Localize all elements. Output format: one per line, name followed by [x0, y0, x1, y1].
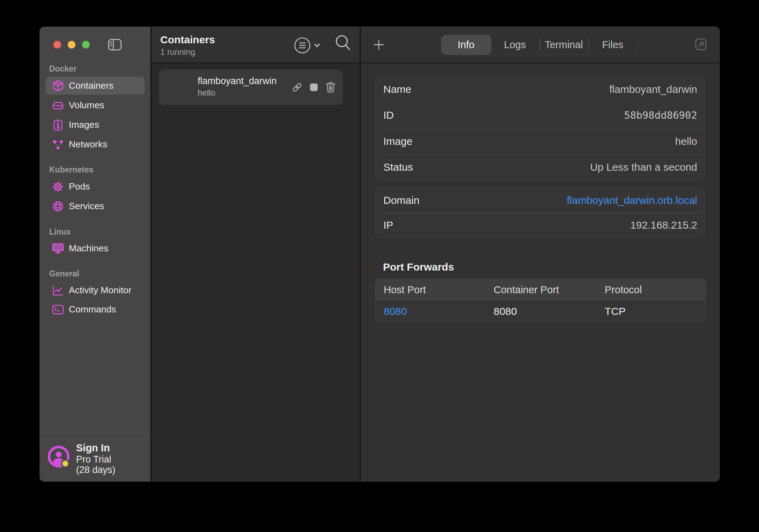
info-row-ip: IP 192.168.215.2 — [375, 213, 704, 237]
stop-icon[interactable] — [309, 81, 319, 93]
signin-area[interactable]: Sign In Pro Trial (28 days) — [40, 432, 150, 481]
container-image: hello — [198, 88, 215, 98]
row-label: Domain — [383, 194, 419, 206]
link-icon[interactable] — [292, 81, 302, 93]
sidebar-section-linux: Linux — [49, 227, 71, 236]
sidebar-item-services[interactable]: Services — [46, 197, 145, 215]
sidebar-item-volumes[interactable]: Volumes — [46, 96, 145, 114]
port-forwards-table: Host Port Container Port Protocol 8080 8… — [375, 279, 706, 322]
detail-tabs: Info Logs Terminal Files — [441, 35, 638, 54]
sidebar-item-label: Images — [69, 119, 99, 130]
detail-panel: Info Logs Terminal Files — [361, 27, 720, 481]
search-icon[interactable] — [335, 35, 351, 51]
person-avatar-icon — [48, 446, 69, 467]
network-triangle-icon — [52, 139, 64, 150]
tab-terminal[interactable]: Terminal — [539, 35, 588, 54]
sidebar-item-machines[interactable]: Machines — [46, 239, 145, 257]
zoom-window-button[interactable] — [82, 41, 90, 49]
row-label: ID — [383, 109, 394, 121]
display-icon — [52, 243, 64, 254]
list-running-count: 1 running — [160, 47, 195, 57]
sidebar-item-label: Networks — [69, 139, 107, 150]
sidebar-item-label: Commands — [69, 304, 116, 315]
info-row-image: Image hello — [375, 128, 704, 154]
info-row-id: ID 58b98dd86902 — [375, 102, 704, 128]
detail-header: Info Logs Terminal Files — [361, 27, 720, 63]
chevron-down-icon[interactable] — [314, 43, 320, 48]
column-container-port: Container Port — [494, 279, 559, 301]
row-value: hello — [675, 135, 697, 147]
container-port-value: 8080 — [494, 301, 517, 322]
port-forwards-row: 8080 8080 TCP — [375, 301, 706, 322]
container-actions — [292, 69, 336, 105]
sidebar-item-commands[interactable]: Commands — [46, 301, 145, 318]
tab-label: Files — [602, 39, 623, 51]
list-header: Containers 1 running — [152, 27, 360, 63]
container-info-card: Name flamboyant_darwin ID 58b98dd86902 I… — [375, 76, 705, 180]
info-row-domain: Domain flamboyant_darwin.orb.local — [375, 188, 704, 213]
tab-info[interactable]: Info — [441, 35, 491, 55]
terminal-icon — [52, 304, 64, 316]
trash-icon[interactable] — [325, 81, 336, 93]
row-label: Status — [383, 161, 413, 173]
tab-label: Info — [458, 39, 474, 51]
tab-separator — [539, 39, 540, 51]
sidebar-section-kubernetes: Kubernetes — [49, 165, 94, 174]
sidebar: Docker Containers Volumes — [40, 27, 150, 481]
info-tab-content: Name flamboyant_darwin ID 58b98dd86902 I… — [361, 64, 720, 481]
helm-wheel-icon — [52, 181, 64, 193]
info-row-name: Name flamboyant_darwin — [375, 76, 704, 102]
container-list-panel: Containers 1 running flamb — [152, 27, 360, 481]
tab-logs[interactable]: Logs — [491, 35, 539, 54]
close-window-button[interactable] — [53, 41, 61, 49]
container-name: flamboyant_darwin — [198, 76, 277, 87]
tab-label: Logs — [504, 39, 526, 51]
line-chart-icon — [52, 285, 64, 296]
domain-link[interactable]: flamboyant_darwin.orb.local — [567, 194, 697, 206]
tab-separator — [588, 39, 589, 51]
sidebar-item-label: Activity Monitor — [69, 285, 132, 296]
row-value: 192.168.215.2 — [630, 219, 697, 231]
signin-plan: Pro Trial — [76, 454, 111, 465]
row-value: flamboyant_darwin — [609, 83, 697, 95]
external-drive-icon — [52, 99, 64, 111]
sidebar-item-pods[interactable]: Pods — [46, 178, 145, 195]
list-title: Containers — [160, 34, 215, 46]
filter-circle-icon[interactable] — [294, 37, 311, 54]
row-label: Name — [383, 83, 411, 95]
row-value: Up Less than a second — [590, 161, 697, 173]
sidebar-item-images[interactable]: Images — [46, 116, 145, 134]
row-value: 58b98dd86902 — [624, 109, 697, 121]
row-label: IP — [383, 219, 393, 231]
minimize-window-button[interactable] — [68, 41, 75, 49]
sidebar-item-activity-monitor[interactable]: Activity Monitor — [46, 281, 145, 299]
column-host-port: Host Port — [384, 279, 426, 301]
container-list-item[interactable]: flamboyant_darwin hello — [159, 69, 343, 105]
signin-days: (28 days) — [76, 465, 116, 475]
container-network-card: Domain flamboyant_darwin.orb.local IP 19… — [375, 187, 705, 238]
row-label: Image — [383, 135, 412, 147]
zip-archive-icon — [52, 119, 64, 131]
globe-icon — [52, 200, 64, 212]
info-row-status: Status Up Less than a second — [375, 154, 704, 180]
plus-icon[interactable] — [374, 39, 384, 50]
sidebar-section-docker: Docker — [49, 64, 76, 73]
tab-files[interactable]: Files — [588, 35, 637, 54]
sidebar-item-networks[interactable]: Networks — [46, 135, 145, 153]
sidebar-toggle-icon[interactable] — [108, 39, 122, 51]
host-port-link[interactable]: 8080 — [384, 301, 407, 322]
shippingbox-icon — [52, 80, 64, 92]
sidebar-item-label: Volumes — [69, 100, 104, 111]
column-protocol: Protocol — [605, 279, 642, 301]
tab-label: Terminal — [545, 39, 583, 51]
port-forwards-table-header: Host Port Container Port Protocol — [375, 279, 706, 301]
protocol-value: TCP — [605, 301, 626, 322]
sidebar-item-label: Containers — [69, 80, 113, 91]
signin-title: Sign In — [76, 442, 110, 454]
open-external-icon[interactable] — [695, 38, 707, 50]
sidebar-section-general: General — [49, 269, 79, 278]
sidebar-item-label: Pods — [69, 181, 90, 192]
sidebar-item-label: Services — [69, 201, 104, 212]
sidebar-item-containers[interactable]: Containers — [46, 77, 145, 95]
orbstack-window: Docker Containers Volumes — [40, 27, 720, 481]
